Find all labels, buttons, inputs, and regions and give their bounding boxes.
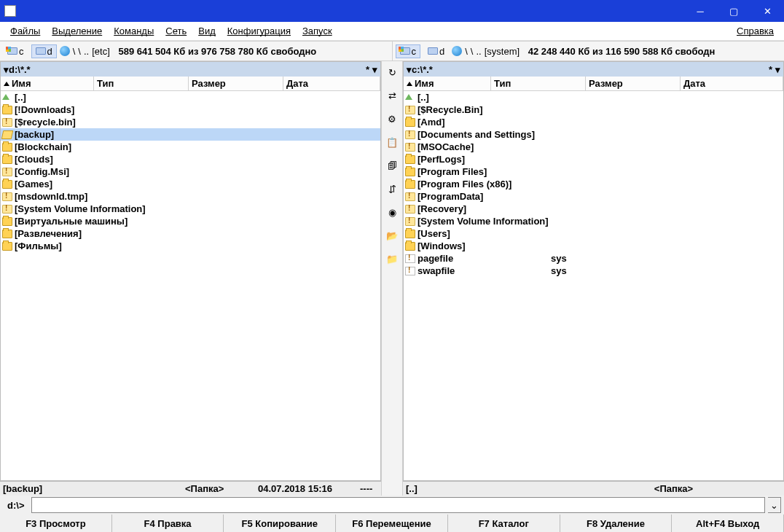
list-item[interactable]: [ProgramData] (404, 190, 783, 203)
list-item[interactable]: [Recovery] (404, 203, 783, 215)
sort-asc-icon (407, 82, 412, 86)
separator: \ (73, 46, 76, 57)
folder-excl-icon (2, 205, 12, 214)
f4-edit[interactable]: F4 Правка (112, 515, 224, 532)
file-name: [Виртуальные машины] (15, 216, 233, 227)
f6-move[interactable]: F6 Перемещение (336, 515, 448, 532)
list-item[interactable]: [backup] (1, 128, 380, 141)
col-size[interactable]: Размер (189, 77, 283, 90)
mid-tool-2[interactable]: ⚙ (385, 112, 399, 125)
list-item[interactable]: [Blockchain] (1, 141, 380, 153)
f8-delete[interactable]: F8 Удаление (560, 515, 673, 532)
mid-tool-4[interactable]: 🗐 (385, 159, 399, 172)
drive-d-icon (428, 47, 438, 55)
list-item[interactable]: [..] (404, 91, 783, 103)
favorites-button[interactable]: * (363, 64, 372, 75)
mid-tool-7[interactable]: 📂 (385, 229, 399, 242)
list-item[interactable]: [MSOCache] (404, 141, 783, 153)
list-item[interactable]: [Windows] (404, 240, 783, 252)
list-item[interactable]: [Program Files] (404, 165, 783, 178)
minimize-button[interactable]: ─ (683, 0, 717, 22)
list-item[interactable]: [Фильмы] (1, 240, 380, 252)
folder-excl-icon (405, 192, 415, 201)
drivebar-left: c d \ \ .. [etc] 589 641 504 Кб из 976 7… (0, 42, 392, 60)
chevron-down-icon[interactable]: ▾ (372, 64, 377, 75)
col-type[interactable]: Тип (94, 77, 189, 90)
favorites-button[interactable]: * (766, 64, 775, 75)
network-icon[interactable] (452, 46, 462, 56)
network-icon[interactable] (60, 46, 70, 56)
list-item[interactable]: [$recycle.bin] (1, 116, 380, 128)
file-name: [Clouds] (15, 154, 233, 165)
titlebar: ─ ▢ ✕ (0, 0, 784, 22)
list-item[interactable]: [PerfLogs] (404, 153, 783, 165)
folder-excl-icon (405, 106, 415, 114)
list-item[interactable]: [System Volume Information] (1, 203, 380, 215)
col-type[interactable]: Тип (491, 77, 586, 90)
f3-view[interactable]: F3 Просмотр (0, 515, 112, 532)
cmd-input[interactable] (31, 497, 765, 513)
menu-start[interactable]: Запуск (297, 23, 338, 39)
chevron-down-icon: ▾ (407, 64, 412, 75)
right-statusbar: [..] <Папка> (403, 481, 784, 496)
col-size[interactable]: Размер (586, 77, 681, 90)
list-item[interactable]: [$Recycle.Bin] (404, 103, 783, 116)
menu-help[interactable]: Справка (731, 23, 780, 39)
right-path-bar[interactable]: ▾ c:\*.* * ▾ (404, 62, 783, 77)
list-item[interactable]: [Games] (1, 178, 380, 190)
menu-view[interactable]: Вид (192, 23, 222, 39)
folder-icon (405, 118, 415, 127)
list-item[interactable]: [..] (1, 91, 380, 103)
mid-tool-3[interactable]: 📋 (385, 136, 399, 149)
cmd-prompt: d:\> (3, 500, 28, 511)
f5-copy[interactable]: F5 Копирование (224, 515, 336, 532)
cmd-history-dropdown[interactable]: ⌄ (768, 497, 781, 513)
left-file-list[interactable]: [..][!Downloads][$recycle.bin][backup][B… (1, 91, 380, 480)
list-item[interactable]: [Виртуальные машины] (1, 215, 380, 227)
list-item[interactable]: swapfilesys (404, 265, 783, 277)
mid-tool-6[interactable]: ◉ (385, 206, 399, 219)
list-item[interactable]: [Documents and Settings] (404, 128, 783, 141)
left-path-bar[interactable]: ▾ d:\*.* * ▾ (1, 62, 380, 77)
mid-tool-5[interactable]: ⇵ (385, 182, 399, 195)
altf4-exit[interactable]: Alt+F4 Выход (672, 515, 784, 532)
menu-selection[interactable]: Выделение (46, 23, 108, 39)
mid-tool-8[interactable]: 📁 (385, 252, 399, 265)
volume-label-left: [etc] (92, 46, 110, 57)
drive-c-right[interactable]: c (396, 44, 421, 58)
file-name: [..] (15, 92, 233, 103)
list-item[interactable]: [Program Files (x86)] (404, 178, 783, 190)
chevron-down-icon[interactable]: ▾ (775, 64, 780, 75)
f7-mkdir[interactable]: F7 Каталог (448, 515, 560, 532)
menu-files[interactable]: Файлы (4, 23, 46, 39)
list-item[interactable]: [Users] (404, 227, 783, 240)
col-date[interactable]: Дата (283, 77, 380, 90)
list-item[interactable]: [Amd] (404, 116, 783, 128)
list-item[interactable]: pagefilesys (404, 252, 783, 265)
file-name: [msdownld.tmp] (15, 191, 233, 202)
list-item[interactable]: [Развлечения] (1, 227, 380, 240)
drive-d-left[interactable]: d (31, 44, 57, 58)
menu-net[interactable]: Сеть (160, 23, 192, 39)
right-file-list[interactable]: [..][$Recycle.Bin][Amd][Documents and Se… (404, 91, 783, 480)
menu-config[interactable]: Конфигурация (222, 23, 297, 39)
drive-c-left[interactable]: c (3, 44, 28, 58)
list-item[interactable]: [Clouds] (1, 153, 380, 165)
file-name: [Documents and Settings] (418, 129, 549, 140)
drive-d-right[interactable]: d (423, 44, 449, 58)
mid-tool-1[interactable]: ⇄ (385, 89, 399, 102)
separator: \ (471, 46, 474, 57)
list-item[interactable]: [Config.Msi] (1, 165, 380, 178)
menu-commands[interactable]: Команды (108, 23, 160, 39)
col-name[interactable]: Имя (404, 77, 491, 90)
mid-tool-0[interactable]: ↻ (385, 66, 399, 79)
close-button[interactable]: ✕ (750, 0, 784, 22)
col-date[interactable]: Дата (681, 77, 783, 90)
separator: .. (476, 46, 481, 57)
maximize-button[interactable]: ▢ (717, 0, 750, 22)
list-item[interactable]: [msdownld.tmp] (1, 190, 380, 203)
list-item[interactable]: [System Volume Information] (404, 215, 783, 227)
sort-asc-icon (4, 82, 9, 86)
col-name[interactable]: Имя (1, 77, 94, 90)
list-item[interactable]: [!Downloads] (1, 103, 380, 116)
